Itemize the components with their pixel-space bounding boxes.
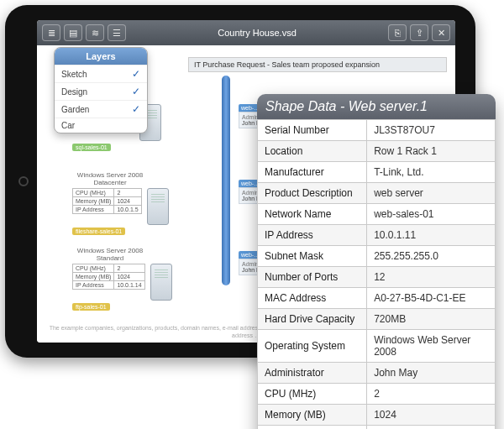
shape-data-row: Memory (MB)1024: [258, 405, 496, 426]
shape-data-row: Number of Ports12: [258, 267, 496, 288]
shape-data-row: Product Descriptionweb server: [258, 183, 496, 204]
shape-val: 720MB: [367, 309, 496, 330]
shape-val: OK: [367, 426, 496, 430]
document-title: Country House.vsd: [126, 28, 388, 38]
shape-data-row: Subnet Mask255.255.255.0: [258, 246, 496, 267]
prop-key: IP Address: [73, 281, 114, 290]
shape-data-row: ManufacturerT-Link, Ltd.: [258, 162, 496, 183]
shape-val: web-sales-01: [367, 204, 496, 225]
shape-val: Windows Web Server 2008: [367, 330, 496, 363]
server-icon: [147, 188, 169, 225]
shape-val: JL3ST87OU7: [367, 120, 496, 141]
shape-key: Status: [258, 426, 367, 430]
panels-icon[interactable]: ▤: [64, 24, 82, 41]
shape-data-row: AdministratorJohn May: [258, 363, 496, 384]
checkmark-icon: ✓: [130, 103, 140, 115]
prop-val: 10.0.1.14: [114, 281, 144, 290]
home-button[interactable]: [18, 176, 29, 186]
shape-key: Number of Ports: [258, 267, 367, 288]
layers-icon[interactable]: ≋: [86, 24, 104, 41]
close-icon[interactable]: ✕: [432, 24, 450, 41]
shape-val: 1024: [367, 405, 496, 426]
export-pdf-icon[interactable]: ⎘: [388, 24, 407, 41]
shape-val: Row 1 Rack 1: [367, 141, 496, 162]
shape-key: Manufacturer: [258, 162, 367, 183]
shape-key: IP Address: [258, 225, 367, 246]
shape-data-row: CPU (MHz)2: [258, 384, 496, 405]
prop-val: 10.0.1.5: [114, 206, 141, 214]
shape-key: Subnet Mask: [258, 246, 367, 267]
server-title: Windows Server 2008 Standard: [72, 247, 148, 262]
prop-key: Memory (MB): [73, 273, 114, 281]
layer-label: Car: [61, 121, 75, 130]
shape-val: 2: [367, 384, 496, 405]
shape-data-row: IP Address10.0.1.11: [258, 225, 496, 246]
shape-val: 10.0.1.11: [367, 225, 496, 246]
layer-label: Garden: [61, 105, 89, 114]
shape-data-row: LocationRow 1 Rack 1: [258, 141, 496, 162]
shape-data-title: Shape Data - Web server.1: [257, 94, 496, 119]
shape-data-row: Serial NumberJL3ST87OU7: [258, 120, 496, 141]
shape-key: Location: [258, 141, 367, 162]
shape-val: A0-27-B5-4D-C1-EE: [367, 288, 496, 309]
shape-data-row: StatusOK: [258, 426, 496, 430]
layer-row[interactable]: Sketch✓: [55, 65, 147, 82]
prop-val: 2: [114, 189, 141, 197]
server-block[interactable]: Windows Server 2008 Standard CPU (MHz)2M…: [72, 247, 198, 311]
shape-val: web server: [367, 183, 496, 204]
shape-val: John May: [367, 363, 496, 384]
shape-data-row: MAC AddressA0-27-B5-4D-C1-EE: [258, 288, 496, 309]
menu-icon[interactable]: ☰: [108, 24, 126, 41]
shape-key: Administrator: [258, 363, 367, 384]
shape-data-row: Operating SystemWindows Web Server 2008: [258, 330, 496, 363]
shape-key: Operating System: [258, 330, 367, 363]
layer-label: Sketch: [61, 70, 87, 79]
list-icon[interactable]: ≣: [42, 24, 60, 41]
shape-key: Memory (MB): [258, 405, 367, 426]
server-tag: ftp-sales-01: [72, 303, 110, 311]
prop-val: 1024: [114, 273, 144, 281]
rack-bar: [222, 76, 230, 285]
share-icon[interactable]: ⇪: [410, 24, 428, 41]
shape-data-table: Serial NumberJL3ST87OU7LocationRow 1 Rac…: [257, 119, 496, 429]
server-props: CPU (MHz)2Memory (MB)1024IP Address10.0.…: [72, 188, 142, 214]
server-tag: fileshare-sales-01: [72, 228, 125, 235]
server-title: Windows Server 2008 Datacenter: [72, 171, 148, 186]
shape-data-row: Network Nameweb-sales-01: [258, 204, 496, 225]
shape-key: Network Name: [258, 204, 367, 225]
layer-row[interactable]: Garden✓: [55, 100, 147, 118]
server-block[interactable]: Windows Server 2008 Datacenter CPU (MHz)…: [72, 171, 198, 235]
shape-data-panel: Shape Data - Web server.1 Serial NumberJ…: [257, 94, 496, 429]
shape-val: T-Link, Ltd.: [367, 162, 496, 183]
layer-label: Design: [61, 87, 87, 97]
server-props: CPU (MHz)2Memory (MB)1024IP Address10.0.…: [72, 264, 145, 290]
prop-val: 1024: [114, 197, 141, 206]
layer-row[interactable]: Car: [55, 118, 147, 133]
checkmark-icon: ✓: [130, 68, 140, 80]
server-tag: sql-sales-01: [72, 144, 111, 151]
prop-key: CPU (MHz): [73, 264, 114, 273]
shape-key: CPU (MHz): [258, 384, 367, 405]
shape-data-row: Hard Drive Capacity720MB: [258, 309, 496, 330]
prop-key: Memory (MB): [73, 197, 114, 206]
layer-row[interactable]: Design✓: [55, 82, 147, 100]
toolbar: ≣ ▤ ≋ ☰ Country House.vsd ⎘ ⇪ ✕: [37, 20, 455, 45]
shape-val: 12: [367, 267, 496, 288]
layers-popover-title: Layers: [55, 48, 147, 65]
checkmark-icon: ✓: [130, 86, 140, 97]
shape-val: 255.255.255.0: [367, 246, 496, 267]
shape-key: MAC Address: [258, 288, 367, 309]
prop-key: IP Address: [73, 206, 114, 214]
layers-popover: Layers Sketch✓Design✓Garden✓Car: [54, 47, 148, 133]
shape-key: Serial Number: [258, 120, 367, 141]
shape-key: Product Description: [258, 183, 367, 204]
page-title-banner: IT Purchase Request - Sales team propose…: [188, 57, 447, 72]
server-icon: [150, 264, 172, 301]
prop-val: 2: [114, 264, 144, 273]
prop-key: CPU (MHz): [73, 189, 114, 197]
shape-key: Hard Drive Capacity: [258, 309, 367, 330]
